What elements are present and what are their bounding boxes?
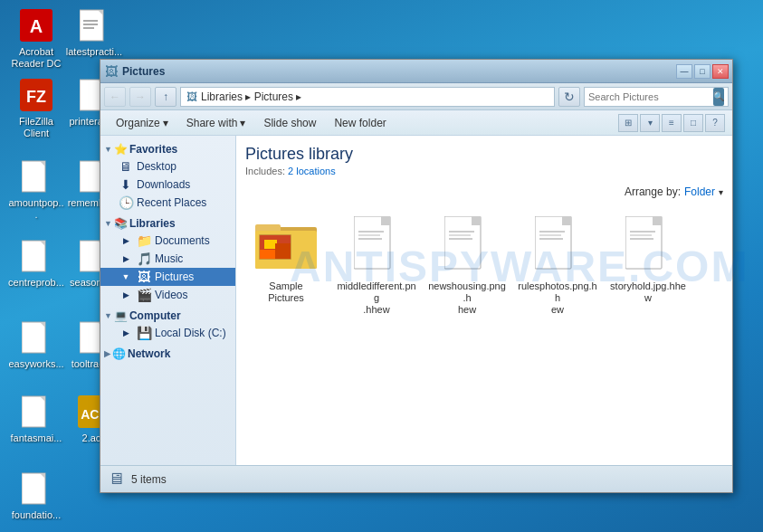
organize-arrow: ▾ <box>163 117 168 129</box>
sidebar-item-local-disk[interactable]: ▶ 💾 Local Disk (C:) <box>100 324 235 342</box>
view-large-icons[interactable]: ⊞ <box>618 114 638 132</box>
content-area: ▼ ⭐ Favorites 🖥 Desktop ⬇ Downloads 🕒 Re… <box>100 136 732 465</box>
expand-local-disk-icon: ▶ <box>119 328 133 337</box>
search-button[interactable]: 🔍 <box>713 88 724 106</box>
share-with-button[interactable]: Share with ▾ <box>178 113 254 133</box>
desktop-icon-easyworks[interactable]: easyworks... <box>7 319 65 370</box>
toolbar: Organize ▾ Share with ▾ Slide show New f… <box>100 110 732 136</box>
centreprob-icon <box>18 238 54 274</box>
locations-link[interactable]: 2 locations <box>288 166 336 176</box>
svg-rect-52 <box>562 216 571 225</box>
libraries-folder-icon: 📚 <box>114 217 128 230</box>
file-item-sample-pictures[interactable]: Sample Pictures <box>245 207 327 309</box>
maximize-button[interactable]: □ <box>694 64 711 79</box>
sample-pictures-label: Sample Pictures <box>250 280 322 304</box>
videos-icon: 🎬 <box>137 288 151 302</box>
network-label: Network <box>128 347 170 360</box>
foundatio-icon <box>18 470 54 507</box>
view-details[interactable]: ≡ <box>662 114 682 132</box>
arrange-value[interactable]: Folder <box>684 185 715 198</box>
sidebar-header-favorites[interactable]: ▼ ⭐ Favorites <box>100 139 235 157</box>
refresh-button[interactable]: ↻ <box>558 87 580 107</box>
easyworks-label: easyworks... <box>8 358 63 370</box>
sidebar-header-computer[interactable]: ▼ 💻 Computer <box>100 306 235 324</box>
sidebar-header-libraries[interactable]: ▼ 📚 Libraries <box>100 214 235 232</box>
arrange-arrow: ▾ <box>719 187 723 197</box>
svg-rect-11 <box>22 161 45 192</box>
sidebar-section-favorites: ▼ ⭐ Favorites 🖥 Desktop ⬇ Downloads 🕒 Re… <box>100 139 235 212</box>
close-button[interactable]: ✕ <box>712 64 729 79</box>
pictures-icon: 🖼 <box>137 270 151 284</box>
address-bar[interactable]: 🖼 Libraries ▸ Pictures ▸ <box>180 87 555 107</box>
organize-button[interactable]: Organize ▾ <box>108 113 176 133</box>
svg-rect-46 <box>472 216 481 225</box>
downloads-icon: ⬇ <box>119 177 133 192</box>
window-icon: 🖼 <box>104 64 119 79</box>
desktop-icon-filezilla[interactable]: FZ FileZilla Client <box>7 77 65 139</box>
music-icon: 🎵 <box>137 252 151 266</box>
sidebar-item-documents[interactable]: ▶ 📁 Documents <box>100 232 235 250</box>
documents-icon: 📁 <box>137 233 151 248</box>
sidebar-section-network: ▶ 🌐 Network <box>100 344 235 362</box>
desktop-icon-amountpop[interactable]: amountpop... <box>7 158 65 221</box>
videos-label: Videos <box>155 289 187 301</box>
file-item-middledifferent[interactable]: middledifferent.png.hhew <box>336 207 417 321</box>
desktop-icon-latestpracti[interactable]: latestpracti... <box>65 7 123 58</box>
sidebar-item-videos[interactable]: ▶ 🎬 Videos <box>100 286 235 304</box>
sidebar-item-downloads[interactable]: ⬇ Downloads <box>100 176 235 194</box>
sidebar-item-desktop[interactable]: 🖥 Desktop <box>100 157 235 176</box>
desktop-icon-foundatio[interactable]: foundatio... <box>7 470 65 521</box>
file-item-newshousing[interactable]: newshousing.png.hhew <box>426 207 508 321</box>
view-preview[interactable]: □ <box>683 114 703 132</box>
latestpracti-icon <box>76 7 112 43</box>
easyworks-icon <box>18 319 54 356</box>
svg-text:FZ: FZ <box>26 88 46 106</box>
sidebar-item-recent-places[interactable]: 🕒 Recent Places <box>100 194 235 212</box>
view-dropdown[interactable]: ▾ <box>640 114 660 132</box>
includes-label: Includes: <box>245 166 285 176</box>
sidebar-item-music[interactable]: ▶ 🎵 Music <box>100 250 235 268</box>
svg-rect-4 <box>83 20 98 22</box>
foundatio-label: foundatio... <box>12 509 61 521</box>
svg-rect-54 <box>539 234 561 236</box>
address-icon: 🖼 <box>186 90 197 103</box>
svg-rect-15 <box>22 241 45 271</box>
library-subtitle: Includes: 2 locations <box>245 166 723 176</box>
status-items-count: 5 items <box>131 473 167 486</box>
sidebar-header-network[interactable]: ▶ 🌐 Network <box>100 344 235 362</box>
svg-rect-58 <box>653 216 662 225</box>
file-item-storyhold[interactable]: storyhold.jpg.hhew <box>607 207 689 309</box>
address-text: Libraries ▸ Pictures ▸ <box>201 90 301 103</box>
centreprob-label: centreprob... <box>8 277 64 289</box>
slideshow-button[interactable]: Slide show <box>255 113 324 133</box>
forward-button[interactable]: → <box>129 87 151 107</box>
minimize-button[interactable]: — <box>676 64 692 79</box>
svg-rect-37 <box>275 243 291 259</box>
title-bar: 🖼 Pictures — □ ✕ <box>100 60 732 83</box>
expand-computer-icon: ▼ <box>104 311 112 320</box>
svg-rect-5 <box>83 24 98 25</box>
view-buttons: ⊞ ▾ ≡ □ ? <box>618 114 725 132</box>
search-input[interactable] <box>588 91 713 102</box>
desktop-icon-acrobat[interactable]: A Acrobat Reader DC <box>7 7 65 70</box>
help-button[interactable]: ? <box>705 114 725 132</box>
storyhold-label: storyhold.jpg.hhew <box>608 280 688 304</box>
svg-rect-59 <box>630 231 655 233</box>
status-bar: 🖥 5 items <box>100 465 732 492</box>
recent-places-label: Recent Places <box>137 196 206 209</box>
favorites-label: Favorites <box>129 143 177 156</box>
desktop-icon-fantasmai[interactable]: fantasmai... <box>7 394 65 444</box>
svg-rect-49 <box>449 238 472 240</box>
desktop-icon-centreprob[interactable]: centreprob... <box>7 238 65 289</box>
expand-network-icon: ▶ <box>104 349 110 358</box>
pictures-label: Pictures <box>155 271 194 283</box>
desktop-label: Desktop <box>137 160 176 173</box>
svg-rect-41 <box>358 231 384 233</box>
doc-icon-storyhold <box>615 212 681 277</box>
up-button[interactable]: ↑ <box>155 87 176 107</box>
new-folder-button[interactable]: New folder <box>326 113 394 133</box>
file-item-rulesphotos[interactable]: rulesphotos.png.hhew <box>517 207 598 321</box>
svg-rect-47 <box>449 231 474 233</box>
back-button[interactable]: ← <box>104 87 126 107</box>
sidebar-item-pictures[interactable]: ▼ 🖼 Pictures <box>100 268 235 286</box>
